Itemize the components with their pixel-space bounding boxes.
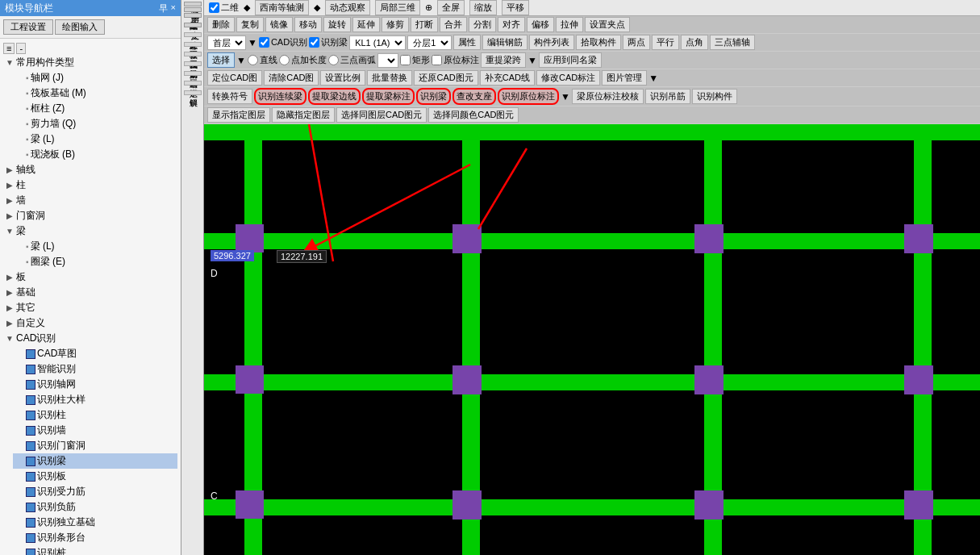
extract-beam-mark-btn[interactable]: 提取梁标注 <box>362 88 415 105</box>
merge-btn[interactable]: 合并 <box>440 17 467 32</box>
tree-id-axis[interactable]: 识别轴网 <box>13 377 177 392</box>
point-add-length-check[interactable]: 点加长度 <box>279 54 327 66</box>
layer-select[interactable]: 分层1 <box>407 35 452 50</box>
tree-id-standalone-foundation[interactable]: 识别独立基础 <box>13 515 177 530</box>
check-beam-mark-btn[interactable]: 梁原位标注校核 <box>572 89 644 104</box>
tree-id-col-detail[interactable]: 识别柱大样 <box>13 392 177 407</box>
offset-btn[interactable]: 偏移 <box>527 17 554 32</box>
display-hide-btn[interactable]: 显示隐藏 <box>184 13 202 18</box>
tree-ring-beam[interactable]: ▪ 圈梁 (E) <box>13 254 177 269</box>
tree-foundation-group[interactable]: ▶ 基础 <box>3 285 177 300</box>
apply-same-beam-btn[interactable]: 应用到同名梁 <box>539 52 602 68</box>
delete-btn[interactable]: 删除 <box>207 17 235 32</box>
parallel-btn[interactable]: 平行 <box>652 35 679 50</box>
sum-calc-btn[interactable]: 汇总计算 <box>184 32 202 37</box>
cad-id-check[interactable]: CAD识别 <box>259 36 307 48</box>
extract-beam-edge-btn[interactable]: 提取梁边线 <box>308 88 361 105</box>
align-btn[interactable]: 对齐 <box>498 17 525 32</box>
move-btn[interactable]: 移动 <box>294 17 322 32</box>
tree-frame-col[interactable]: ▪ 框柱 (Z) <box>13 101 177 116</box>
kl-select[interactable]: KL1 (1A) <box>349 35 406 50</box>
tree-smart-id[interactable]: 智能识别 <box>13 361 177 377</box>
zoom-btn[interactable]: 缩放 <box>469 0 497 15</box>
select-same-color-btn[interactable]: 选择同颜色CAD图元 <box>428 107 519 123</box>
three-point-axis-btn[interactable]: 三点辅轴 <box>710 35 755 50</box>
modify-cad-mark-btn[interactable]: 修改CAD标注 <box>536 70 600 86</box>
break-btn[interactable]: 打断 <box>411 17 438 32</box>
check-support-btn[interactable]: 查改支座 <box>452 88 496 105</box>
line-check[interactable]: 直线 <box>248 54 277 66</box>
tree-cad-draft[interactable]: CAD草图 <box>13 346 177 361</box>
tree-id-strip-foundation[interactable]: 识别条形台 <box>13 530 177 545</box>
sidebar-pin[interactable]: 早 <box>159 2 168 15</box>
tree-id-rebar[interactable]: 识别受力筋 <box>13 484 177 499</box>
image-manage-btn[interactable]: 图片管理 <box>602 70 647 86</box>
tree-beam-l[interactable]: ▪ 梁 (L) <box>13 239 177 254</box>
local-3d-btn[interactable]: 局部三维 <box>375 0 420 15</box>
batch-replace-btn[interactable]: 批量替换 <box>367 70 412 86</box>
pick-component-btn[interactable]: 拾取构件 <box>576 35 621 50</box>
canvas-area[interactable]: 5296.327 12227.191 D C <box>204 124 980 555</box>
sidebar-close[interactable]: × <box>171 2 176 15</box>
tree-beam[interactable]: ▪ 梁 (L) <box>13 131 177 147</box>
prop-btn[interactable]: 属性 <box>453 35 481 50</box>
rotate-btn[interactable]: 旋转 <box>323 17 351 32</box>
two-points-btn[interactable]: 两点 <box>623 35 650 50</box>
arc-mode-select[interactable] <box>377 53 398 68</box>
query-drawing-btn[interactable]: 查我图元 <box>184 52 202 56</box>
id-component-btn[interactable]: 识别构件 <box>692 89 737 104</box>
tree-id-pile[interactable]: 识别桩 <box>13 545 177 555</box>
convert-symbol-btn[interactable]: 转换符号 <box>207 89 252 104</box>
set-point-btn[interactable]: 设置夹点 <box>585 17 630 32</box>
hide-layer-btn[interactable]: 隐藏指定图层 <box>272 107 335 123</box>
show-layer-btn[interactable]: 显示指定图层 <box>207 107 270 123</box>
identify-btn[interactable]: 识别梁 <box>416 88 451 105</box>
project-settings-btn[interactable]: 工程设置 <box>3 19 53 35</box>
draw-input-btn[interactable]: 绘图输入 <box>55 19 105 35</box>
tree-col-group[interactable]: ▶ 柱 <box>3 177 177 193</box>
tree-slab-group[interactable]: ▶ 板 <box>3 269 177 285</box>
floor-select[interactable]: 首层 <box>207 35 246 50</box>
copy-btn[interactable]: 复制 <box>236 17 264 32</box>
split-btn[interactable]: 分割 <box>469 17 496 32</box>
tree-id-neg-rebar[interactable]: 识别负筋 <box>13 499 177 515</box>
tree-beam-group[interactable]: ▼ 梁 <box>3 223 177 239</box>
original-mark-check[interactable]: 原位标注 <box>432 54 479 66</box>
id-original-mark-btn[interactable]: 识别原位标注 <box>498 88 559 105</box>
steel-3d-btn[interactable]: 钢筋三维 <box>184 71 202 76</box>
hide-btn[interactable]: 隐藏 <box>184 2 202 6</box>
point-angle-btn[interactable]: 点角 <box>681 35 708 50</box>
component-list-btn[interactable]: 构件列表 <box>529 35 574 50</box>
tree-axis-group[interactable]: ▶ 轴线 <box>3 162 177 177</box>
select-btn[interactable]: 选择 <box>207 52 235 68</box>
tree-cad-id-group[interactable]: ▼ CAD识别 <box>3 331 177 346</box>
supplement-cad-btn[interactable]: 补充CAD线 <box>480 70 535 86</box>
mirror-btn[interactable]: 镜像 <box>265 17 293 32</box>
redraw-beam-btn[interactable]: 重提梁跨 <box>481 52 526 68</box>
tree-id-slab[interactable]: 识别板 <box>13 469 177 484</box>
rect-check[interactable]: 矩形 <box>400 54 430 66</box>
tree-slab-foundation[interactable]: ▪ 筏板基础 (M) <box>13 86 177 101</box>
clear-cad-btn[interactable]: 清除CAD图 <box>264 70 319 86</box>
flatten-btn[interactable]: 平移 <box>502 0 529 15</box>
trim-btn[interactable]: 修剪 <box>382 17 409 32</box>
tree-custom-group[interactable]: ▶ 自定义 <box>3 315 177 331</box>
view-angle-btn[interactable]: 西南等轴测 <box>255 0 309 15</box>
tree-id-col[interactable]: 识别柱 <box>13 407 177 423</box>
lock-btn[interactable]: 锁定 <box>184 81 202 86</box>
batch-steel-btn[interactable]: 批量钢筋 <box>184 61 202 66</box>
edit-steel-btn[interactable]: 编辑钢筋 <box>482 35 528 50</box>
layer-btn[interactable]: 图层 <box>184 7 202 12</box>
select-same-layer-btn[interactable]: 选择同图层CAD图元 <box>336 107 427 123</box>
unlock-btn[interactable]: 解锁 <box>184 90 202 95</box>
2d-checkbox[interactable] <box>209 2 219 13</box>
tree-axis[interactable]: ▪ 轴网 (J) <box>13 70 177 86</box>
locate-cad-btn[interactable]: 定位CAD图 <box>207 70 262 86</box>
view-mode-check[interactable]: 二维 <box>209 2 239 14</box>
level-check-btn[interactable]: 平齐校顶 <box>184 42 202 47</box>
three-arc-check[interactable]: 三点画弧 <box>328 54 376 66</box>
id-beam-check[interactable]: 识别梁 <box>309 36 348 48</box>
tree-other-group[interactable]: ▶ 其它 <box>3 300 177 315</box>
restore-cad-btn[interactable]: 还原CAD图元 <box>414 70 477 86</box>
fullscreen-btn[interactable]: 全屏 <box>437 0 465 15</box>
